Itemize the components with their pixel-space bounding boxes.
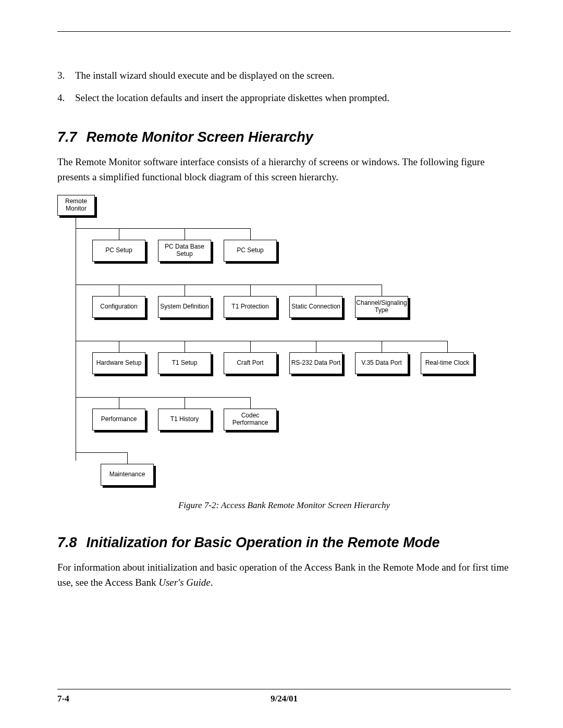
- page: 3. The install wizard should execute and…: [0, 0, 563, 728]
- diagram-box: PC Setup: [92, 240, 145, 262]
- section-78-body: For information about initialization and…: [57, 560, 511, 590]
- page-footer: 7-4 9/24/01: [57, 689, 511, 704]
- connector: [447, 341, 448, 352]
- connector: [127, 452, 128, 464]
- diagram-box: PC Setup: [224, 240, 277, 262]
- connector: [250, 341, 251, 352]
- list-number: 4.: [57, 91, 75, 106]
- diagram-box: Maintenance: [101, 464, 154, 486]
- list-item: 4. Select the location defaults and inse…: [57, 91, 511, 106]
- diagram-box: Performance: [92, 409, 145, 430]
- section-title: Remote Monitor Screen Hierarchy: [87, 129, 313, 145]
- footer-date: 9/24/01: [271, 694, 298, 704]
- connector: [250, 228, 251, 240]
- connector: [185, 341, 185, 352]
- connector: [76, 397, 250, 398]
- connector: [250, 397, 251, 409]
- connector: [76, 285, 382, 285]
- connector: [76, 216, 76, 461]
- diagram-box: V.35 Data Port: [355, 352, 408, 374]
- diagram-box: System Definition: [158, 296, 211, 318]
- diagram-box: T1 Setup: [158, 352, 211, 374]
- diagram-box: T1 Protection: [224, 296, 277, 318]
- figure-caption: Figure 7-2: Access Bank Remote Monitor S…: [57, 500, 511, 511]
- diagram-box: Real-time Clock: [421, 352, 474, 374]
- diagram-box: Channel/Signaling Type: [355, 296, 408, 318]
- section-number: 7.8: [57, 535, 77, 550]
- list-item: 3. The install wizard should execute and…: [57, 68, 511, 83]
- diagram-box: RS-232 Data Port: [289, 352, 342, 374]
- connector: [185, 285, 185, 296]
- connector: [316, 341, 316, 352]
- connector: [119, 397, 119, 409]
- connector: [76, 341, 447, 341]
- rule-top: [57, 31, 511, 32]
- section-title: Initialization for Basic Operation in th…: [87, 535, 440, 550]
- body-text-italic: User's Guide: [158, 577, 211, 588]
- section-77-body: The Remote Monitor software interface co…: [57, 155, 511, 184]
- connector: [250, 285, 251, 296]
- connector: [382, 285, 382, 296]
- connector: [76, 228, 250, 229]
- diagram-box: T1 History: [158, 409, 211, 430]
- numbered-list: 3. The install wizard should execute and…: [57, 68, 511, 105]
- connector: [316, 285, 316, 296]
- diagram-box: Craft Port: [224, 352, 277, 374]
- connector: [119, 285, 119, 296]
- section-heading-77: 7.7Remote Monitor Screen Hierarchy: [57, 129, 511, 145]
- list-text: The install wizard should execute and be…: [75, 68, 335, 83]
- hierarchy-diagram: Remote Monitor PC Setup PC Data Base Set…: [57, 195, 469, 493]
- list-text: Select the location defaults and insert …: [75, 91, 389, 106]
- diagram-box: Hardware Setup: [92, 352, 145, 374]
- page-number: 7-4: [57, 694, 69, 704]
- section-heading-78: 7.8Initialization for Basic Operation in…: [57, 535, 511, 551]
- body-text: .: [211, 577, 213, 588]
- body-text: For information about initialization and…: [57, 562, 508, 588]
- diagram-box: Codec Performance: [224, 409, 277, 430]
- connector: [119, 228, 119, 240]
- connector: [185, 397, 185, 409]
- connector: [76, 452, 128, 453]
- connector: [382, 341, 382, 352]
- connector: [185, 228, 185, 240]
- diagram-box: Static Connection: [289, 296, 342, 318]
- connector: [119, 341, 119, 352]
- section-number: 7.7: [57, 129, 77, 145]
- diagram-box-root: Remote Monitor: [57, 195, 95, 216]
- diagram-box: Configuration: [92, 296, 145, 318]
- list-number: 3.: [57, 68, 75, 83]
- diagram-box: PC Data Base Setup: [158, 240, 211, 262]
